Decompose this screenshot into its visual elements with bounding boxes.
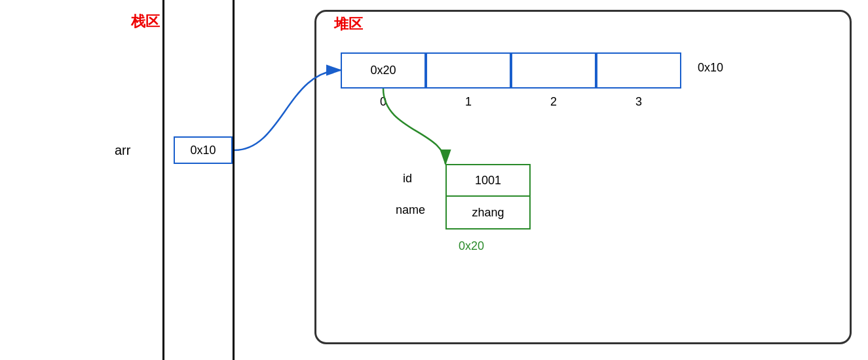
heap-cell-0: 0x20 — [341, 52, 426, 89]
obj-row-id: 1001 — [447, 165, 529, 197]
obj-box: 1001 zhang — [445, 164, 531, 230]
stack-left-line — [162, 0, 164, 360]
index-2: 2 — [511, 95, 596, 109]
index-3: 3 — [596, 95, 681, 109]
index-1: 1 — [426, 95, 511, 109]
heap-cell-0-value: 0x20 — [370, 64, 396, 77]
index-0: 0 — [341, 95, 426, 109]
obj-addr: 0x20 — [459, 239, 484, 253]
heap-label: 堆区 — [334, 14, 363, 34]
heap-index-labels: 0 1 2 3 — [341, 95, 681, 109]
heap-cell-1 — [426, 52, 511, 89]
heap-cell-2 — [511, 52, 596, 89]
stack-label: 栈区 — [131, 12, 160, 31]
heap-array-addr: 0x10 — [698, 61, 723, 75]
arr-cell-value: 0x10 — [190, 144, 216, 157]
heap-cell-3 — [596, 52, 681, 89]
arr-label: arr — [115, 143, 130, 158]
obj-field-name-label: name — [396, 203, 425, 217]
arr-cell: 0x10 — [174, 136, 233, 164]
obj-field-id-label: id — [403, 172, 412, 186]
obj-row-name: zhang — [447, 197, 529, 228]
stack-right-line — [233, 0, 235, 360]
heap-array-row: 0x20 — [341, 52, 681, 89]
stack-region: 栈区 arr 0x10 — [0, 0, 236, 360]
